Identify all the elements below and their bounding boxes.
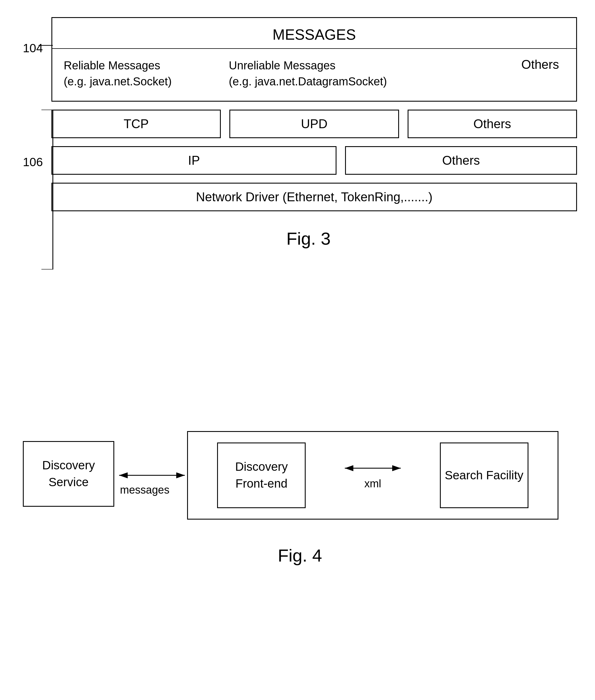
fig4-area: Discovery Service messages xyxy=(23,423,577,566)
messages-others-label: Others xyxy=(477,57,565,72)
box-discovery-service: Discovery Service xyxy=(23,441,114,507)
fig3-caption: Fig. 3 xyxy=(51,229,566,249)
label-104: 104 xyxy=(23,41,43,55)
xml-arrow-group: xml xyxy=(341,461,404,490)
reliable-messages: Reliable Messages (e.g. java.net.Socket) xyxy=(64,57,229,89)
box-others-mid: Others xyxy=(345,146,577,175)
box-discovery-frontend: Discovery Front-end xyxy=(217,443,306,508)
box-udp: UPD xyxy=(229,110,399,138)
fig4-caption: Fig. 4 xyxy=(23,545,577,566)
box-others-top: Others xyxy=(407,110,577,138)
fig4-diagram: Discovery Service messages xyxy=(23,423,577,531)
box-search-facility: Search Facility xyxy=(440,443,529,508)
unreliable-messages: Unreliable Messages (e.g. java.net.Datag… xyxy=(229,57,477,89)
bracket-106-svg xyxy=(38,110,56,270)
fig3-area: 104 MESSAGES Reliable Messages (e.g. jav… xyxy=(23,17,577,249)
page: 104 MESSAGES Reliable Messages (e.g. jav… xyxy=(0,0,595,700)
messages-box: MESSAGES Reliable Messages (e.g. java.ne… xyxy=(51,17,577,102)
bracket-106-content: TCP UPD Others IP Others Network Driver … xyxy=(51,110,577,211)
xml-arrow xyxy=(341,461,404,475)
messages-title: MESSAGES xyxy=(52,18,576,49)
box-ip: IP xyxy=(51,146,337,175)
messages-arrow xyxy=(115,467,189,484)
box-network-driver: Network Driver (Ethernet, TokenRing,....… xyxy=(51,183,577,211)
fig4-outer-box: Discovery Front-end xyxy=(187,431,559,520)
messages-label: messages xyxy=(120,484,169,496)
xml-label: xml xyxy=(364,478,381,490)
box-tcp: TCP xyxy=(51,110,221,138)
